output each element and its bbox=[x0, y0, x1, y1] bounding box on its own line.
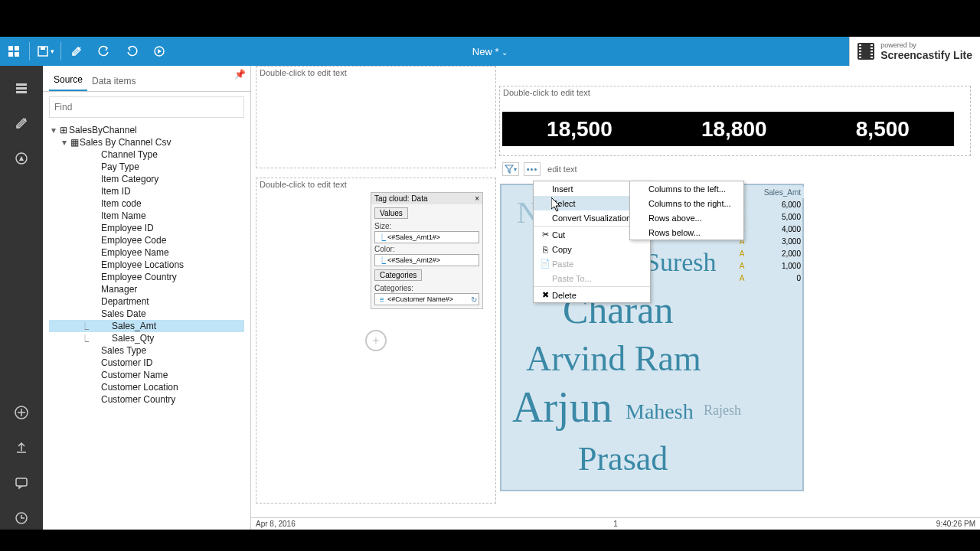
color-slot[interactable]: ⎿<#Sales_Amt2#> bbox=[374, 254, 479, 266]
source-tree: ▾⊞SalesByChannel▾▦Sales By Channel CsvCh… bbox=[43, 122, 250, 412]
status-date: Apr 8, 2016 bbox=[256, 520, 296, 528]
svg-rect-2 bbox=[8, 52, 13, 57]
svg-rect-0 bbox=[8, 46, 13, 51]
tree-item[interactable]: Customer Location bbox=[49, 381, 244, 393]
source-panel: 📌 Source Data items ▾⊞SalesByChannel▾▦Sa… bbox=[43, 66, 251, 551]
app-menu-button[interactable] bbox=[0, 37, 28, 66]
tab-source[interactable]: Source bbox=[49, 70, 87, 91]
svg-rect-13 bbox=[16, 478, 27, 486]
context-submenu[interactable]: Columns to the left...Columns to the rig… bbox=[629, 181, 744, 240]
values-tab-button[interactable]: Values bbox=[374, 207, 408, 219]
black-bar-bottom bbox=[0, 530, 980, 551]
tree-item[interactable]: Sales_Qty bbox=[49, 332, 244, 344]
svg-rect-3 bbox=[15, 52, 19, 57]
svg-rect-10 bbox=[16, 91, 27, 93]
svg-marker-7 bbox=[158, 49, 162, 54]
menu-item[interactable]: ✖Delete bbox=[534, 288, 650, 302]
tree-item[interactable]: ▾▦Sales By Channel Csv bbox=[49, 136, 244, 148]
tab-data-items[interactable]: Data items bbox=[87, 71, 140, 91]
properties-title: Tag cloud: Data bbox=[374, 194, 428, 203]
placeholder-text: Double-click to edit text bbox=[256, 67, 495, 79]
tree-item[interactable]: Employee Locations bbox=[49, 259, 244, 271]
table-row: A0 bbox=[735, 272, 804, 284]
svg-rect-8 bbox=[16, 83, 27, 86]
svg-rect-9 bbox=[16, 87, 27, 90]
categories-label: Categories: bbox=[374, 284, 479, 292]
tree-item[interactable]: Channel Type bbox=[49, 148, 244, 161]
table-row: A5,000 bbox=[735, 210, 804, 223]
tree-item[interactable]: Manager bbox=[49, 283, 244, 295]
tree-item[interactable]: Customer Name bbox=[49, 369, 244, 381]
add-widget-button[interactable]: + bbox=[365, 330, 387, 351]
screencast-line1: powered by bbox=[880, 41, 972, 49]
redo-button[interactable] bbox=[118, 37, 145, 66]
kpi-bar: 18,500 18,800 8,500 bbox=[502, 112, 954, 146]
menu-item[interactable]: Rows above... bbox=[630, 210, 743, 225]
screencast-line2: Screencastify Lite bbox=[880, 49, 972, 61]
word-suresh: Suresh bbox=[645, 248, 717, 277]
pencil-icon[interactable] bbox=[10, 112, 33, 135]
placeholder-text: Double-click to edit text bbox=[256, 178, 495, 191]
tree-item[interactable]: Sales Date bbox=[49, 308, 244, 320]
filter-button[interactable]: ▾ bbox=[502, 162, 519, 176]
data-icon[interactable] bbox=[10, 77, 33, 99]
tree-item[interactable]: Customer ID bbox=[49, 357, 244, 369]
more-button[interactable]: ••• bbox=[524, 162, 541, 176]
table-row: A4,000 bbox=[735, 223, 804, 235]
clock-icon[interactable] bbox=[10, 507, 33, 530]
status-time: 9:40:26 PM bbox=[936, 520, 975, 528]
categories-slot[interactable]: ≡<#Customer Name#>↻ bbox=[374, 293, 479, 305]
table-row: A1,000 bbox=[735, 259, 804, 272]
menu-item[interactable]: Rows below... bbox=[630, 225, 743, 240]
tree-item[interactable]: ▾⊞SalesByChannel bbox=[49, 124, 244, 136]
edit-button[interactable] bbox=[63, 37, 90, 66]
tree-item[interactable]: Employee Name bbox=[49, 246, 244, 259]
document-title[interactable]: New * ⌄ bbox=[472, 46, 508, 57]
status-bar: Apr 8, 2016 1 9:40:26 PM bbox=[251, 517, 980, 530]
word-mahesh: Mahesh bbox=[626, 399, 694, 424]
tree-item[interactable]: Item Category bbox=[49, 173, 244, 185]
menu-item: 📄Paste bbox=[534, 256, 650, 271]
categories-tab-button[interactable]: Categories bbox=[374, 269, 422, 281]
undo-button[interactable] bbox=[90, 37, 118, 66]
tree-item[interactable]: Item Name bbox=[49, 210, 244, 222]
black-bar-top bbox=[0, 0, 980, 37]
tree-item[interactable]: Employee Code bbox=[49, 234, 244, 246]
left-rail bbox=[0, 66, 43, 551]
tree-item[interactable]: Sales Type bbox=[49, 344, 244, 357]
tree-item[interactable]: Customer Country bbox=[49, 393, 244, 406]
word-arjun: Arjun bbox=[512, 383, 612, 432]
table-row: A3,000 bbox=[735, 235, 804, 247]
close-icon[interactable]: × bbox=[475, 194, 479, 203]
tree-item[interactable]: Sales_Amt bbox=[49, 320, 244, 332]
save-button[interactable]: ▾ bbox=[31, 37, 59, 66]
table-row: A2,000 bbox=[735, 247, 804, 259]
tree-item[interactable]: Item ID bbox=[49, 185, 244, 197]
menu-item[interactable]: Columns to the right... bbox=[630, 196, 743, 210]
placeholder-text: edit text bbox=[547, 165, 577, 174]
values-table: Sales_Amt A6,000A5,000A4,000A3,000A2,000… bbox=[735, 187, 804, 284]
compass-icon[interactable] bbox=[10, 147, 33, 170]
menu-item[interactable]: ⎘Copy bbox=[534, 242, 650, 256]
status-page: 1 bbox=[613, 520, 618, 528]
cell-top-left[interactable]: Double-click to edit text bbox=[256, 66, 496, 168]
find-input[interactable] bbox=[49, 96, 244, 118]
upload-icon[interactable] bbox=[10, 436, 33, 459]
pin-icon[interactable]: 📌 bbox=[234, 69, 246, 80]
menu-item[interactable]: Columns to the left... bbox=[630, 181, 743, 196]
tree-item[interactable]: Pay Type bbox=[49, 161, 244, 173]
chat-icon[interactable] bbox=[10, 471, 33, 494]
tree-item[interactable]: Employee Country bbox=[49, 271, 244, 283]
run-button[interactable] bbox=[145, 37, 173, 66]
size-slot[interactable]: ⎿<#Sales_Amt1#> bbox=[374, 231, 479, 243]
tree-item[interactable]: Department bbox=[49, 295, 244, 308]
menu-item: Paste To... bbox=[534, 271, 650, 285]
add-icon[interactable] bbox=[10, 401, 33, 424]
screencastify-badge: powered by Screencastify Lite bbox=[849, 37, 980, 66]
tree-item[interactable]: Employee ID bbox=[49, 222, 244, 234]
properties-panel[interactable]: Tag cloud: Data× Values Size: ⎿<#Sales_A… bbox=[371, 192, 483, 309]
kpi-2: 18,800 bbox=[701, 117, 767, 142]
tree-item[interactable]: Item code bbox=[49, 197, 244, 210]
word-arvind: Arvind Ram bbox=[526, 338, 701, 379]
word-rajesh: Rajesh bbox=[704, 403, 741, 419]
